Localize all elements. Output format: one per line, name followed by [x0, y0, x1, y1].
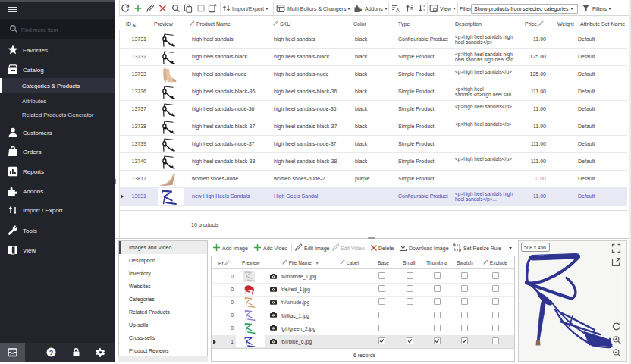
svg-text:?: ?	[49, 349, 54, 356]
svg-text:A: A	[396, 8, 400, 13]
